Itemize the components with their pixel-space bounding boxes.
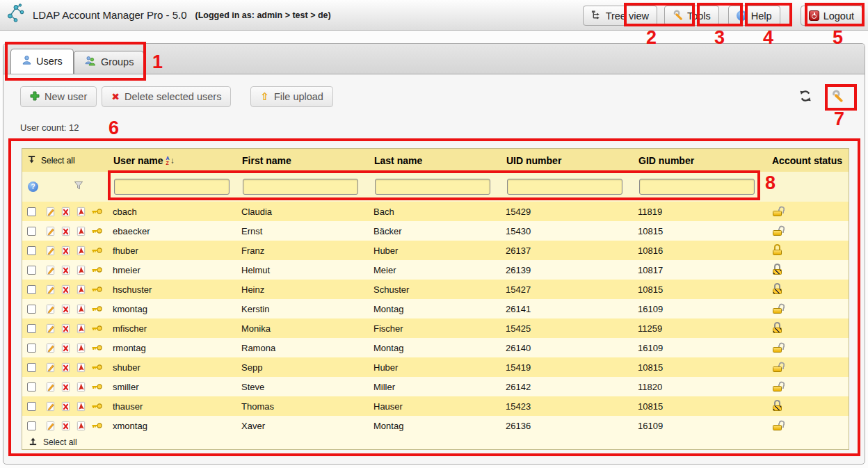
password-key-icon[interactable] xyxy=(91,207,102,216)
delete-row-icon[interactable] xyxy=(61,207,71,217)
pdf-icon[interactable] xyxy=(76,421,86,431)
file-upload-button[interactable]: ⇧ File upload xyxy=(250,86,333,107)
pdf-icon[interactable] xyxy=(76,304,86,314)
cell-username[interactable]: hschuster xyxy=(113,284,241,295)
edit-pencil-icon[interactable] xyxy=(45,265,56,275)
account-status-unlocked-icon[interactable] xyxy=(772,205,785,216)
cell-username[interactable]: cbach xyxy=(113,207,241,217)
cell-username[interactable]: thauser xyxy=(113,401,241,412)
filter-funnel-icon[interactable] xyxy=(73,180,84,193)
filter-input-gid[interactable] xyxy=(639,179,755,195)
edit-pencil-icon[interactable] xyxy=(45,421,56,431)
password-key-icon[interactable] xyxy=(91,421,102,430)
account-status-partially-locked-icon[interactable] xyxy=(772,283,785,294)
list-settings-wrench-icon[interactable] xyxy=(831,90,844,102)
account-status-unlocked-icon[interactable] xyxy=(772,361,785,372)
delete-row-icon[interactable] xyxy=(61,265,71,275)
select-all-top-icon[interactable] xyxy=(27,155,36,166)
select-all-top-link[interactable]: Select all xyxy=(41,156,75,166)
pdf-icon[interactable] xyxy=(76,323,86,334)
pdf-icon[interactable] xyxy=(76,382,86,392)
filter-input-lastname[interactable] xyxy=(375,179,490,195)
edit-pencil-icon[interactable] xyxy=(45,304,56,314)
row-checkbox[interactable] xyxy=(27,421,36,430)
password-key-icon[interactable] xyxy=(91,402,102,410)
pdf-icon[interactable] xyxy=(76,245,86,256)
delete-row-icon[interactable] xyxy=(61,304,71,314)
delete-row-icon[interactable] xyxy=(61,421,71,431)
delete-row-icon[interactable] xyxy=(61,362,71,373)
edit-pencil-icon[interactable] xyxy=(45,245,56,256)
column-header-firstname[interactable]: First name xyxy=(241,155,373,166)
account-status-unlocked-icon[interactable] xyxy=(772,302,785,314)
delete-row-icon[interactable] xyxy=(61,323,71,334)
row-checkbox[interactable] xyxy=(27,344,36,353)
tools-button[interactable]: Tools xyxy=(664,6,719,26)
column-header-uid[interactable]: UID number xyxy=(506,155,638,166)
row-checkbox[interactable] xyxy=(27,227,36,236)
account-status-partially-locked-icon[interactable] xyxy=(772,322,785,333)
refresh-icon[interactable] xyxy=(799,90,812,102)
column-header-lastname[interactable]: Last name xyxy=(373,155,506,166)
cell-username[interactable]: rmontag xyxy=(113,343,241,353)
edit-pencil-icon[interactable] xyxy=(45,226,56,236)
row-checkbox[interactable] xyxy=(27,382,36,392)
cell-username[interactable]: smiller xyxy=(113,382,241,392)
help-button[interactable]: ? Help xyxy=(728,6,780,26)
delete-row-icon[interactable] xyxy=(61,401,71,412)
edit-pencil-icon[interactable] xyxy=(45,284,56,295)
row-checkbox[interactable] xyxy=(27,305,36,314)
password-key-icon[interactable] xyxy=(91,246,102,255)
filter-input-firstname[interactable] xyxy=(243,179,358,195)
row-checkbox[interactable] xyxy=(27,324,36,333)
cell-username[interactable]: shuber xyxy=(113,362,241,373)
delete-row-icon[interactable] xyxy=(61,343,71,353)
edit-pencil-icon[interactable] xyxy=(45,362,56,373)
sort-az-icon[interactable]: AZ ↓ xyxy=(166,156,175,166)
account-status-unlocked-icon[interactable] xyxy=(772,341,785,353)
row-checkbox[interactable] xyxy=(27,285,36,294)
cell-username[interactable]: xmontag xyxy=(113,421,241,431)
pdf-icon[interactable] xyxy=(76,207,86,217)
account-status-unlocked-icon[interactable] xyxy=(772,380,785,392)
account-status-partially-locked-icon[interactable] xyxy=(772,264,785,275)
tab-users[interactable]: Users xyxy=(10,49,74,74)
edit-pencil-icon[interactable] xyxy=(45,401,56,412)
password-key-icon[interactable] xyxy=(91,285,102,293)
delete-row-icon[interactable] xyxy=(61,284,71,295)
delete-row-icon[interactable] xyxy=(61,226,71,236)
pdf-icon[interactable] xyxy=(76,284,86,295)
account-status-locked-icon[interactable] xyxy=(772,244,785,255)
column-header-username[interactable]: User name AZ ↓ xyxy=(113,155,241,166)
cell-username[interactable]: mfischer xyxy=(113,323,241,334)
delete-selected-users-button[interactable]: ✖ Delete selected users xyxy=(102,86,231,107)
filter-input-username[interactable] xyxy=(114,179,230,195)
row-checkbox[interactable] xyxy=(27,246,36,255)
edit-pencil-icon[interactable] xyxy=(45,343,56,353)
select-all-bottom-icon[interactable] xyxy=(29,437,38,448)
new-user-button[interactable]: New user xyxy=(20,86,97,107)
account-status-partially-locked-icon[interactable] xyxy=(772,400,785,411)
tab-groups[interactable]: Groups xyxy=(74,51,145,74)
row-checkbox[interactable] xyxy=(27,266,36,275)
edit-pencil-icon[interactable] xyxy=(45,207,56,217)
account-status-unlocked-icon[interactable] xyxy=(772,225,785,236)
pdf-icon[interactable] xyxy=(76,401,86,412)
tree-view-button[interactable]: Tree view xyxy=(583,6,657,26)
password-key-icon[interactable] xyxy=(91,324,102,332)
row-checkbox[interactable] xyxy=(27,402,36,411)
password-key-icon[interactable] xyxy=(91,266,102,274)
row-checkbox[interactable] xyxy=(27,363,36,372)
logout-button[interactable]: Logout xyxy=(801,6,862,26)
cell-username[interactable]: kmontag xyxy=(113,304,241,314)
pdf-icon[interactable] xyxy=(76,343,86,353)
cell-username[interactable]: hmeier xyxy=(113,265,241,275)
password-key-icon[interactable] xyxy=(91,344,102,352)
pdf-icon[interactable] xyxy=(76,362,86,373)
cell-username[interactable]: fhuber xyxy=(113,245,241,256)
delete-row-icon[interactable] xyxy=(61,245,71,256)
edit-pencil-icon[interactable] xyxy=(45,323,56,334)
pdf-icon[interactable] xyxy=(76,265,86,275)
password-key-icon[interactable] xyxy=(91,305,102,313)
password-key-icon[interactable] xyxy=(91,227,102,235)
